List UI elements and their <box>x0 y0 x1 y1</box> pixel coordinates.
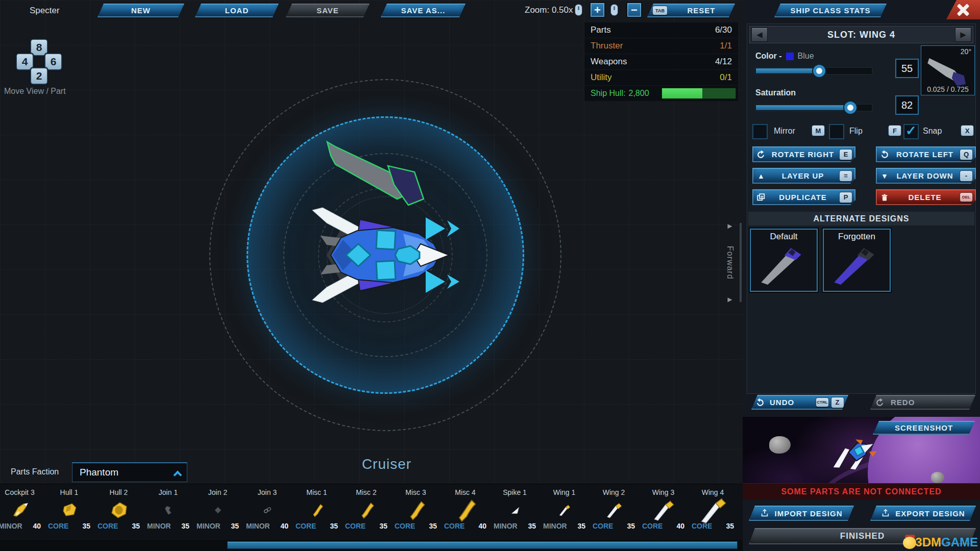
part-item[interactable]: Spike 1 MINOR 35 <box>490 484 540 539</box>
forgotten-blade-icon <box>828 239 885 290</box>
part-type: MINOR <box>494 522 518 530</box>
part-item[interactable]: Misc 1 CORE 35 <box>292 484 341 539</box>
parts-strip: Cockpit 3 MINOR 40 Hull 1 CORE 35 <box>0 484 743 540</box>
part-icon <box>553 498 576 522</box>
snap-label: Snap <box>923 127 942 136</box>
ship-class-stats-button[interactable]: SHIP CLASS STATS <box>774 4 887 17</box>
slot-panel: ◀ SLOT: WING 4 ▶ Color - Blue 55 Saturat… <box>747 23 976 394</box>
layer-up-button[interactable]: ▲ LAYER UP = <box>752 168 855 184</box>
parts-faction-select[interactable]: Phantom <box>72 462 187 482</box>
save-as-button[interactable]: SAVE AS... <box>381 4 465 17</box>
part-name: Wing 1 <box>553 488 576 497</box>
stat-value: 6/30 <box>715 25 732 35</box>
saturation-value-box[interactable]: 82 <box>895 95 919 115</box>
zoom-in-button[interactable]: + <box>590 2 605 18</box>
color-slider-handle[interactable] <box>813 65 825 77</box>
save-button[interactable]: SAVE <box>286 4 370 17</box>
rotate-right-button[interactable]: ROTATE RIGHT E <box>752 146 855 162</box>
part-name: Misc 2 <box>356 488 376 497</box>
part-cost: 35 <box>82 522 90 530</box>
part-name: Hull 1 <box>60 488 79 497</box>
part-name: Cockpit 3 <box>5 488 34 497</box>
alternate-design-forgotten[interactable]: Forgotten <box>823 229 891 292</box>
flip-label: Flip <box>849 127 863 136</box>
export-design-button[interactable]: EXPORT DESIGN <box>870 506 976 521</box>
load-button[interactable]: LOAD <box>195 4 279 17</box>
stat-label: Utility <box>591 72 612 83</box>
part-type: MINOR <box>147 522 171 530</box>
redo-icon <box>875 398 885 407</box>
part-item[interactable]: Hull 2 CORE 35 <box>94 484 143 539</box>
screenshot-button[interactable]: SCREENSHOT <box>873 421 975 435</box>
part-item[interactable]: Hull 1 CORE 35 <box>44 484 94 539</box>
snap-keycap: X <box>961 125 974 136</box>
ship-name-label: Specter <box>30 6 60 16</box>
delete-button[interactable]: DELETE DEL <box>876 189 976 205</box>
selected-part[interactable] <box>327 142 424 205</box>
part-item[interactable]: Join 3 MINOR 40 <box>242 484 292 539</box>
stat-value: 0/1 <box>720 72 732 83</box>
part-icon <box>107 498 131 522</box>
part-item[interactable]: Wing 3 CORE 40 <box>639 484 688 539</box>
undo-button[interactable]: UNDO CTRL Z <box>751 395 848 410</box>
reset-label: RESET <box>668 6 735 15</box>
part-item[interactable]: Wing 1 MINOR 35 <box>540 484 589 539</box>
part-name: Wing 3 <box>652 488 675 497</box>
part-name: Wing 2 <box>603 488 625 497</box>
trash-icon <box>879 192 890 203</box>
part-item[interactable]: Wing 2 CORE 35 <box>589 484 639 539</box>
part-item[interactable]: Wing 4 CORE 35 <box>688 484 738 539</box>
snap-checkbox[interactable] <box>903 124 919 139</box>
color-slider[interactable] <box>755 68 872 74</box>
part-meta: MINOR 40 <box>242 522 292 530</box>
stat-label: Thruster <box>591 41 623 51</box>
delete-keycap: DEL <box>960 192 973 202</box>
warning-banner: SOME PARTS ARE NOT CONNECTED <box>743 483 980 499</box>
rotate-left-button[interactable]: ROTATE LEFT Q <box>876 146 976 162</box>
color-value-box[interactable]: 55 <box>895 59 919 78</box>
alternate-design-default[interactable]: Default <box>750 229 818 292</box>
stat-row: Thruster 1/1 <box>584 38 738 54</box>
design-canvas[interactable]: Cruiser ► Forward ► Specter NEW LOAD SAV… <box>0 0 743 551</box>
part-icon <box>305 498 329 522</box>
saturation-slider[interactable] <box>755 105 872 111</box>
color-label: Color - <box>755 52 782 61</box>
forward-label: Forward <box>725 246 734 280</box>
duplicate-button[interactable]: DUPLICATE P <box>752 189 855 205</box>
forward-arrow-icon: ► <box>726 222 734 230</box>
ship-body[interactable] <box>312 208 459 303</box>
part-item[interactable]: Misc 3 CORE 35 <box>391 484 440 539</box>
part-item[interactable]: Misc 2 CORE 35 <box>341 484 391 539</box>
part-cost: 35 <box>231 522 239 530</box>
part-item[interactable]: Join 1 MINOR 35 <box>143 484 193 539</box>
part-item[interactable]: Misc 4 CORE 40 <box>440 484 490 539</box>
layer-up-keycap: = <box>839 170 852 182</box>
close-button[interactable] <box>946 0 980 19</box>
saturation-slider-handle[interactable] <box>844 102 856 114</box>
undo-icon <box>755 398 765 407</box>
part-item[interactable]: Join 2 MINOR 35 <box>193 484 242 539</box>
forward-indicator: ► Forward ► <box>721 222 739 303</box>
part-meta: CORE 35 <box>341 522 391 530</box>
parts-scrollbar-track[interactable] <box>0 540 743 551</box>
flip-checkbox[interactable] <box>829 124 844 139</box>
stat-row: Parts 6/30 <box>584 22 738 38</box>
mirror-checkbox[interactable] <box>752 124 768 139</box>
new-button[interactable]: NEW <box>97 4 184 17</box>
part-item[interactable]: Cockpit 3 MINOR 40 <box>0 484 44 539</box>
part-type: MINOR <box>197 522 220 530</box>
rotate-right-keycap: E <box>839 149 852 160</box>
mirror-label: Mirror <box>774 127 795 136</box>
import-design-button[interactable]: IMPORT DESIGN <box>749 506 854 521</box>
prev-slot-button[interactable]: ◀ <box>751 28 768 42</box>
zoom-out-button[interactable]: − <box>626 2 642 18</box>
part-meta: MINOR 35 <box>193 522 242 530</box>
mascot-icon <box>901 535 918 550</box>
layer-down-keycap: - <box>960 170 973 182</box>
part-name: Misc 1 <box>306 488 327 497</box>
layer-down-button[interactable]: ▼ LAYER DOWN - <box>876 168 976 184</box>
next-slot-button[interactable]: ▶ <box>955 28 971 42</box>
redo-button[interactable]: REDO <box>870 395 975 410</box>
reset-view-button[interactable]: TAB RESET <box>647 4 735 17</box>
parts-scrollbar-thumb[interactable] <box>227 541 738 549</box>
